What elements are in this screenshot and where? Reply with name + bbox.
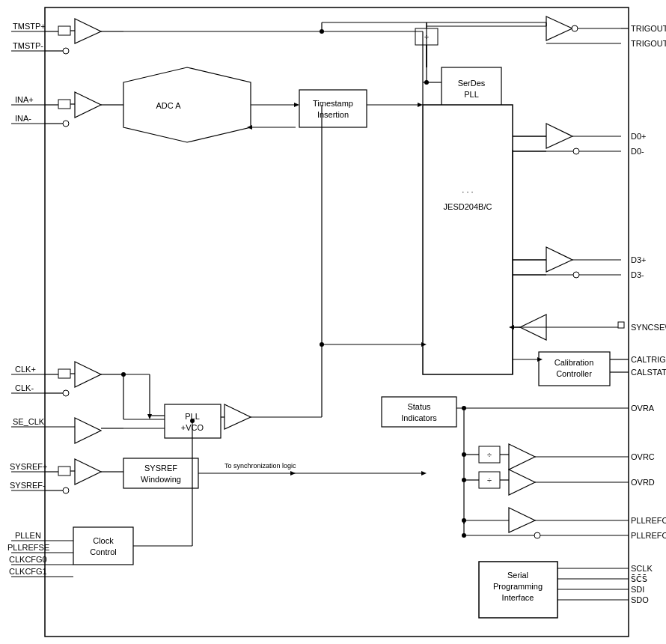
svg-text:OVRC: OVRC <box>631 452 655 461</box>
svg-marker-120 <box>75 418 101 443</box>
svg-marker-81 <box>546 247 572 272</box>
svg-rect-47 <box>299 90 367 127</box>
svg-text:D0-: D0- <box>631 147 644 156</box>
svg-text:TRIGOUT+: TRIGOUT+ <box>631 24 666 33</box>
svg-text:CLKCFG1: CLKCFG1 <box>9 567 47 576</box>
svg-text:Controller: Controller <box>556 369 592 378</box>
svg-rect-139 <box>58 467 70 476</box>
svg-text:Windowing: Windowing <box>141 475 181 484</box>
svg-text:÷: ÷ <box>487 450 492 459</box>
svg-text:D3+: D3+ <box>631 255 647 264</box>
svg-rect-146 <box>123 458 198 488</box>
svg-text:SDO: SDO <box>631 595 649 604</box>
svg-marker-73 <box>546 124 572 148</box>
svg-text:To synchronization logic: To synchronization logic <box>224 462 296 470</box>
svg-marker-172 <box>509 470 535 495</box>
svg-text:Programming: Programming <box>493 582 543 591</box>
svg-marker-182 <box>509 508 535 532</box>
svg-text:PLLREFO+: PLLREFO+ <box>631 516 666 525</box>
svg-text:PLLREFO-: PLLREFO- <box>631 531 666 540</box>
svg-point-163 <box>190 419 195 423</box>
diagram-container: TMSTP+ TMSTP- INA+ INA- CLK+ CLK- SE_CLK… <box>0 0 666 644</box>
svg-text:JESD204B/C: JESD204B/C <box>444 202 492 211</box>
svg-rect-109 <box>58 369 70 378</box>
svg-marker-128 <box>147 414 152 419</box>
svg-point-179 <box>462 452 466 457</box>
svg-rect-34 <box>58 100 70 109</box>
svg-text:TMSTP-: TMSTP- <box>13 41 43 50</box>
svg-marker-130 <box>224 404 251 429</box>
svg-rect-154 <box>73 527 133 565</box>
svg-point-187 <box>534 532 540 538</box>
svg-text:SCLK: SCLK <box>631 564 653 573</box>
svg-text:S̄C̄S̄: S̄C̄S̄ <box>631 574 647 583</box>
svg-point-181 <box>462 478 466 482</box>
svg-point-111 <box>63 390 69 396</box>
svg-marker-65 <box>546 16 572 40</box>
svg-text:Clock: Clock <box>93 536 114 545</box>
svg-text:Interface: Interface <box>502 593 534 602</box>
svg-text:· · ·: · · · <box>462 187 473 196</box>
svg-text:OVRA: OVRA <box>631 404 655 413</box>
svg-text:Calibration: Calibration <box>555 358 594 367</box>
svg-text:SYSREF-: SYSREF- <box>10 481 46 490</box>
svg-text:SYSREF: SYSREF <box>144 464 177 473</box>
svg-point-141 <box>63 487 69 493</box>
svg-text:SDI: SDI <box>631 585 644 594</box>
svg-marker-31 <box>75 19 101 43</box>
svg-rect-27 <box>58 26 70 35</box>
svg-text:Control: Control <box>90 547 116 556</box>
svg-text:Status: Status <box>407 402 431 411</box>
svg-text:CALTRIG: CALTRIG <box>631 355 666 364</box>
svg-text:D0+: D0+ <box>631 132 647 141</box>
svg-point-67 <box>572 25 578 31</box>
svg-text:CLK+: CLK+ <box>15 365 36 374</box>
svg-text:Indicators: Indicators <box>401 413 437 422</box>
svg-text:PLLREFSE: PLLREFSE <box>7 543 49 552</box>
svg-text:÷: ÷ <box>487 476 492 484</box>
svg-text:TRIGOUT-: TRIGOUT- <box>631 39 666 48</box>
svg-point-138 <box>320 342 324 347</box>
svg-text:CLKCFG0: CLKCFG0 <box>9 555 47 564</box>
svg-text:SYSREF+: SYSREF+ <box>10 462 47 471</box>
svg-point-29 <box>63 48 69 54</box>
svg-point-177 <box>462 406 466 410</box>
svg-text:Serial: Serial <box>507 571 528 580</box>
svg-text:PLLEN: PLLEN <box>15 531 41 540</box>
svg-rect-104 <box>382 397 456 427</box>
svg-text:SerDes: SerDes <box>458 79 486 88</box>
svg-text:CALSTAT: CALSTAT <box>631 368 666 377</box>
svg-point-36 <box>63 121 69 127</box>
svg-marker-166 <box>509 444 535 470</box>
svg-text:PLL: PLL <box>464 90 479 99</box>
svg-text:INA+: INA+ <box>15 95 34 104</box>
svg-marker-41 <box>123 67 251 142</box>
svg-text:OVRD: OVRD <box>631 478 655 487</box>
svg-rect-62 <box>423 105 513 374</box>
svg-text:INA-: INA- <box>15 114 31 123</box>
svg-text:SE_CLK: SE_CLK <box>13 417 45 426</box>
svg-text:CLK-: CLK- <box>15 383 34 392</box>
svg-marker-44 <box>294 103 299 107</box>
svg-text:Timestamp: Timestamp <box>313 99 353 108</box>
svg-point-85 <box>573 272 579 278</box>
svg-rect-91 <box>618 322 624 328</box>
svg-marker-51 <box>418 103 423 107</box>
svg-marker-153 <box>421 471 427 476</box>
svg-text:ADC A: ADC A <box>156 101 181 110</box>
svg-marker-113 <box>75 362 101 387</box>
svg-marker-38 <box>75 92 101 118</box>
svg-text:TMSTP+: TMSTP+ <box>13 22 46 31</box>
svg-text:D3-: D3- <box>631 270 644 279</box>
svg-marker-143 <box>75 459 101 484</box>
svg-point-77 <box>573 148 579 154</box>
svg-text:SYNCSE\: SYNCSE\ <box>631 323 666 332</box>
